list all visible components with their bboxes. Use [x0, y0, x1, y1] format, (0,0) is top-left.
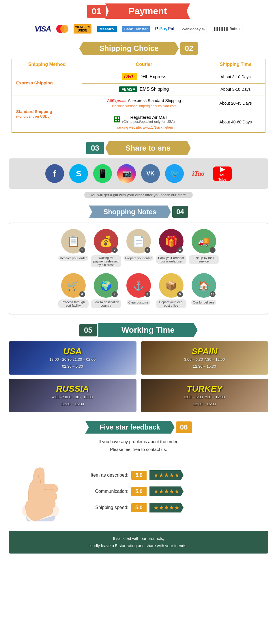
- dhl-row: Express Shipping DHL DHL Express About 3…: [12, 70, 265, 84]
- notes-title: Shopping Notes: [89, 206, 171, 218]
- shipping-speed-score: 5.0: [131, 503, 147, 512]
- instagram-icon[interactable]: 📷: [117, 164, 136, 183]
- item-described-label: Item as described:: [76, 473, 128, 478]
- sns-section: 03 Share to sns f S 📱 📷 VK 🐦 iTao ▶YouTu…: [0, 138, 277, 203]
- item-described-stars: ★★★★★: [149, 470, 184, 480]
- usa-name: USA: [63, 346, 82, 356]
- shipping-num: 02: [180, 42, 198, 55]
- payment-icons-row: VISA WESTERNUNION Maestro Bank Transfer …: [0, 23, 277, 35]
- rating-row-3: Shipping speed: 5.0 ★★★★★: [76, 503, 268, 512]
- steps-row-1: 📋 1 Receive your order 💰 2 Waiting for p…: [14, 229, 263, 267]
- shipping-speed-stars: ★★★★★: [149, 503, 184, 512]
- ali-courier: AliExpress Aliexpress Standard Shipping …: [82, 95, 206, 111]
- step-3-label: Prepare your order: [123, 256, 154, 261]
- webmoney-icon: WebMoney ⊕: [180, 26, 207, 32]
- payment-num: 01: [87, 5, 106, 18]
- step-3: 📄 3 Prepare your order: [123, 229, 154, 261]
- airmail-sub: (China post/epacket-only for USA): [122, 120, 175, 124]
- spain-card: SPAIN 3:00 – 6:30 7:30 – 12:00 12:30 – 1…: [141, 341, 269, 375]
- col-courier: Courier: [82, 59, 206, 70]
- turkey-card: TURKEY 3:00 – 6:30 7:30 – 12:00 12:30 – …: [141, 379, 269, 412]
- step-5: 🚚 5 Pck up by mail service: [189, 229, 219, 264]
- russia-time: 4:00-7:30 8：30 – 13:00 13:30 – 16:30: [52, 394, 93, 407]
- ratings-container: Item as described: 5.0 ★★★★★ Communicati…: [76, 470, 268, 512]
- step-2: 💰 2 Waiting for payment released by alix…: [91, 229, 121, 267]
- rating-row-2: Communication: 5.0 ★★★★★: [76, 486, 268, 496]
- step-6-label: Process through sort facility: [58, 299, 89, 308]
- twitter-icon[interactable]: 🐦: [165, 164, 184, 183]
- airmail-courier: ⊞ Registered Air Mail (China post/epacke…: [82, 111, 206, 133]
- visa-icon: VISA: [35, 25, 51, 34]
- russia-card: RUSSIA 4:00-7:30 8：30 – 13:00 13:30 – 16…: [9, 379, 136, 412]
- feedback-bottom-banner: If satisfied with our products, kindly l…: [9, 531, 268, 554]
- itao-icon[interactable]: iTao: [189, 164, 208, 183]
- item-described-score: 5.0: [131, 471, 147, 480]
- communication-score: 5.0: [131, 487, 147, 496]
- ems-time: About 3-10 Days: [206, 84, 265, 95]
- notes-num: 04: [172, 206, 188, 218]
- step-10: 🏠 10 Our for delivery: [189, 273, 219, 305]
- mastercard-icon: [56, 25, 68, 33]
- sns-title: Share to sns: [105, 141, 191, 155]
- step-8: ⚓ 8 Clear customs: [123, 273, 154, 305]
- shipping-speed-label: Shipping speed:: [76, 505, 128, 510]
- post-logo: ⊞: [113, 114, 121, 124]
- usa-card: USA 17:00 - 20:30 21:30 – 02:00 02:30 – …: [9, 341, 136, 375]
- dhl-logo: DHL: [122, 73, 137, 80]
- dhl-time: About 3-10 Days: [206, 70, 265, 84]
- feedback-header: Five star feedback 06: [9, 421, 268, 434]
- working-header: 05 Working Time: [9, 323, 268, 337]
- step-1: 📋 1 Receive your order: [58, 229, 89, 261]
- paypal-icon: P PayPal: [155, 26, 174, 32]
- communication-label: Communication:: [76, 489, 128, 494]
- step-5-label: Pck up by mail service: [189, 255, 219, 264]
- turkey-time: 3:00 – 6:30 7:30 – 12:00 12:30 – 15:30: [184, 394, 225, 407]
- standard-method: Standard Shipping(For order over USD5): [12, 95, 82, 133]
- turkey-name: TURKEY: [187, 384, 222, 394]
- payment-header: 01 Payment: [0, 3, 277, 19]
- bank-transfer-icon: Bank Transfer: [122, 26, 150, 32]
- ali-tracking: Tracking website: http://global.cainiao.…: [85, 104, 203, 108]
- whatsapp-icon[interactable]: 📱: [93, 164, 112, 183]
- feedback-title: Five star feedback: [85, 421, 174, 434]
- working-title: Working Time: [98, 323, 198, 337]
- country-grid: USA 17:00 - 20:30 21:30 – 02:00 02:30 – …: [9, 341, 268, 412]
- russia-name: RUSSIA: [56, 384, 89, 394]
- spain-time: 3:00 – 6:30 7:30 – 12:00 12:30 – 15:30: [184, 356, 225, 370]
- ali-name: Aliexpress Standard Shipping: [128, 98, 181, 103]
- thumbs-up-container: [9, 458, 72, 525]
- dhl-courier: DHL DHL Express: [82, 70, 206, 84]
- spain-name: SPAIN: [192, 346, 217, 356]
- payment-title: Payment: [105, 3, 190, 19]
- shipping-section: Shipping Choice 02 Shipping Method Couri…: [0, 40, 277, 138]
- western-union-icon: WESTERNUNION: [74, 24, 91, 34]
- step-4: 🎁 4 Pack your order at our warehouse: [156, 229, 186, 264]
- shipping-header: Shipping Choice 02: [12, 42, 265, 55]
- boletol-icon: ▌▌▌▌▌▌ Boletol: [212, 26, 242, 32]
- shopping-notes-section: Shopping Notes 04 📋 1 Receive your order…: [0, 203, 277, 320]
- feedback-subtitle: If you have any problems about the order…: [9, 438, 268, 453]
- step-7-label: Flow to destination country: [91, 299, 121, 308]
- col-time: Shipping Time: [206, 59, 265, 70]
- shipping-table: Shipping Method Courier Shipping Time Ex…: [12, 59, 265, 133]
- step-10-label: Our for delivery: [191, 300, 216, 305]
- usa-time: 17:00 - 20:30 21:30 – 02:00 02:30 – 5:30: [49, 356, 96, 370]
- ems-logo: ≡EMS≡: [119, 86, 137, 92]
- vk-icon[interactable]: VK: [141, 164, 160, 183]
- airmail-time: About 40-60 Days: [206, 111, 265, 133]
- airmail-name: Registered Air Mail: [122, 115, 175, 120]
- ali-row: Standard Shipping(For order over USD5) A…: [12, 95, 265, 111]
- shipping-title: Shipping Choice: [79, 42, 179, 55]
- youtube-icon[interactable]: ▶YouTube: [213, 166, 232, 181]
- ali-logo: AliExpress: [107, 99, 126, 103]
- ali-time: About 20-45 Days: [206, 95, 265, 111]
- steps-row-2: 🛒 6 Process through sort facility 🌍 7 Fl…: [14, 273, 263, 308]
- steps-container: 📋 1 Receive your order 💰 2 Waiting for p…: [9, 223, 268, 314]
- dhl-name: DHL Express: [139, 74, 166, 79]
- facebook-icon[interactable]: f: [45, 164, 64, 183]
- step-7: 🌍 7 Flow to destination country: [91, 273, 121, 308]
- step-1-label: Receive your order: [58, 256, 89, 261]
- skype-icon[interactable]: S: [69, 164, 88, 183]
- step-9: 📦 9 Depart your local post office: [156, 273, 186, 308]
- communication-stars: ★★★★★: [149, 486, 184, 496]
